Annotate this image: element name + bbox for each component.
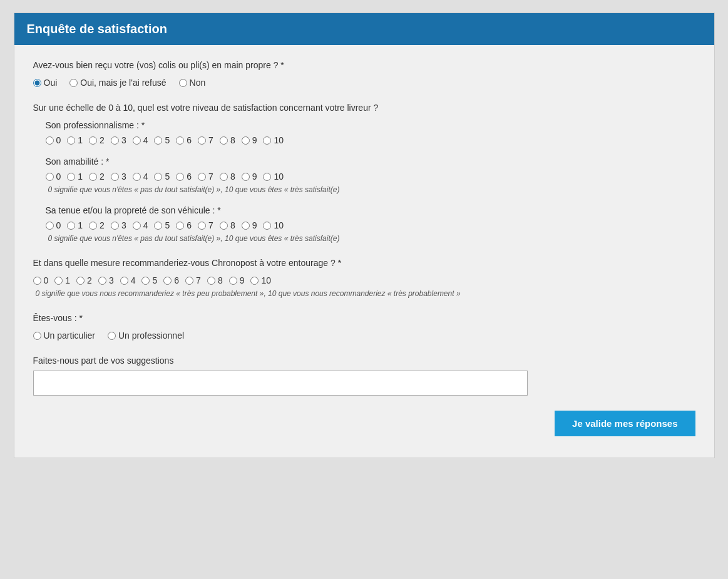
reco-0[interactable]: 0 (33, 275, 49, 285)
sub-question-professionnalisme: Son professionnalisme : * 0 1 2 3 4 5 6 … (46, 120, 695, 145)
survey-title: Enquête de satisfaction (27, 22, 168, 36)
sub-question-tenue: Sa tenue et/ou la propreté de son véhicu… (46, 205, 695, 243)
sub-label-professionnalisme: Son professionnalisme : * (46, 120, 695, 130)
submit-button[interactable]: Je valide mes réponses (555, 411, 695, 436)
tenue-1[interactable]: 1 (67, 220, 83, 230)
q1-label-oui: Oui (44, 78, 58, 88)
q4-radio-professionnel[interactable] (108, 332, 116, 340)
submit-row: Je valide mes réponses (33, 411, 695, 443)
question-2-label: Sur une échelle de 0 à 10, quel est votr… (33, 103, 695, 113)
reco-5[interactable]: 5 (141, 275, 157, 285)
reco-3[interactable]: 3 (98, 275, 114, 285)
tenue-note: 0 signifie que vous n'êtes « pas du tout… (48, 234, 695, 243)
q1-label-oui-refuse: Oui, mais je l'ai refusé (80, 78, 166, 88)
q1-radio-oui-refuse[interactable] (69, 79, 78, 87)
question-4-label: Êtes-vous : * (33, 313, 695, 323)
prof-8[interactable]: 8 (220, 135, 235, 145)
tenue-9[interactable]: 9 (242, 220, 257, 230)
reco-10[interactable]: 10 (250, 275, 271, 285)
tenue-5[interactable]: 5 (154, 220, 170, 230)
prof-10[interactable]: 10 (263, 135, 284, 145)
tenue-3[interactable]: 3 (111, 220, 126, 230)
amab-2[interactable]: 2 (89, 172, 105, 182)
q1-option-non[interactable]: Non (179, 78, 206, 88)
amab-5[interactable]: 5 (154, 172, 170, 182)
tenue-7[interactable]: 7 (198, 220, 213, 230)
q4-label-professionnel: Un professionnel (118, 330, 184, 341)
prof-4[interactable]: 4 (133, 135, 148, 145)
tenue-10[interactable]: 10 (263, 220, 284, 230)
reco-6[interactable]: 6 (163, 275, 179, 285)
question-4-block: Êtes-vous : * Un particulier Un professi… (33, 313, 695, 341)
amab-0[interactable]: 0 (46, 172, 61, 182)
reco-7[interactable]: 7 (185, 275, 201, 285)
question-3-label: Et dans quelle mesure recommanderiez-vou… (33, 258, 695, 268)
scale-recommandation: 0 1 2 3 4 5 6 7 8 9 10 (33, 275, 695, 285)
reco-2[interactable]: 2 (76, 275, 92, 285)
q1-radio-oui[interactable] (33, 79, 41, 87)
reco-9[interactable]: 9 (229, 275, 245, 285)
amab-7[interactable]: 7 (198, 172, 213, 182)
question-2-block: Sur une échelle de 0 à 10, quel est votr… (33, 103, 695, 243)
tenue-0[interactable]: 0 (46, 220, 61, 230)
reco-note: 0 signifie que vous nous recommanderiez … (36, 289, 695, 298)
amab-1[interactable]: 1 (67, 172, 83, 182)
sub-label-tenue: Sa tenue et/ou la propreté de son véhicu… (46, 205, 695, 215)
scale-tenue: 0 1 2 3 4 5 6 7 8 9 10 (46, 220, 695, 230)
question-5-label: Faites-nous part de vos suggestions (33, 356, 695, 366)
question-1-block: Avez-vous bien reçu votre (vos) colis ou… (33, 60, 695, 88)
tenue-6[interactable]: 6 (176, 220, 192, 230)
amab-3[interactable]: 3 (111, 172, 126, 182)
reco-8[interactable]: 8 (207, 275, 223, 285)
tenue-2[interactable]: 2 (89, 220, 105, 230)
prof-5[interactable]: 5 (154, 135, 170, 145)
q1-option-oui[interactable]: Oui (33, 78, 58, 88)
question-1-options: Oui Oui, mais je l'ai refusé Non (33, 78, 695, 88)
suggestions-input[interactable] (33, 371, 528, 396)
q4-radio-particulier[interactable] (33, 332, 41, 340)
amabilite-note: 0 signifie que vous n'êtes « pas du tout… (48, 185, 695, 194)
prof-9[interactable]: 9 (242, 135, 257, 145)
prof-3[interactable]: 3 (111, 135, 126, 145)
reco-4[interactable]: 4 (120, 275, 136, 285)
question-5-block: Faites-nous part de vos suggestions (33, 356, 695, 396)
question-1-label: Avez-vous bien reçu votre (vos) colis ou… (33, 60, 695, 70)
survey-body: Avez-vous bien reçu votre (vos) colis ou… (14, 45, 714, 458)
amab-4[interactable]: 4 (133, 172, 148, 182)
survey-container: Enquête de satisfaction Avez-vous bien r… (14, 13, 715, 458)
question-3-block: Et dans quelle mesure recommanderiez-vou… (33, 258, 695, 298)
amab-6[interactable]: 6 (176, 172, 192, 182)
reco-1[interactable]: 1 (54, 275, 70, 285)
amab-10[interactable]: 10 (263, 172, 284, 182)
survey-header: Enquête de satisfaction (14, 13, 714, 45)
q1-radio-non[interactable] (179, 79, 187, 87)
prof-6[interactable]: 6 (176, 135, 192, 145)
q1-label-non: Non (190, 78, 206, 88)
prof-0[interactable]: 0 (46, 135, 61, 145)
sub-label-amabilite: Son amabilité : * (46, 156, 695, 167)
amab-8[interactable]: 8 (220, 172, 235, 182)
q4-label-particulier: Un particulier (44, 330, 95, 341)
q4-option-particulier[interactable]: Un particulier (33, 330, 95, 341)
prof-7[interactable]: 7 (198, 135, 213, 145)
amab-9[interactable]: 9 (242, 172, 257, 182)
q4-option-professionnel[interactable]: Un professionnel (108, 330, 184, 341)
sub-question-amabilite: Son amabilité : * 0 1 2 3 4 5 6 7 8 9 10… (46, 156, 695, 194)
prof-1[interactable]: 1 (67, 135, 83, 145)
scale-professionnalisme: 0 1 2 3 4 5 6 7 8 9 10 (46, 135, 695, 145)
tenue-4[interactable]: 4 (133, 220, 148, 230)
scale-amabilite: 0 1 2 3 4 5 6 7 8 9 10 (46, 172, 695, 182)
question-4-options: Un particulier Un professionnel (33, 330, 695, 341)
q1-option-oui-refuse[interactable]: Oui, mais je l'ai refusé (69, 78, 166, 88)
prof-2[interactable]: 2 (89, 135, 105, 145)
tenue-8[interactable]: 8 (220, 220, 235, 230)
